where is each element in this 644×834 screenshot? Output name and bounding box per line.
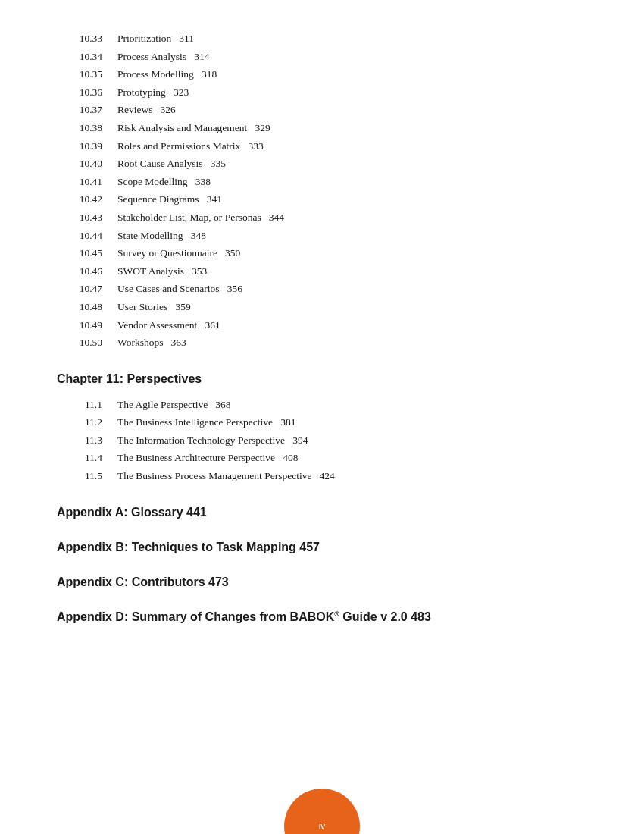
toc-entry-11-2: 11.2 The Business Intelligence Perspecti…	[57, 414, 587, 431]
toc-entry-10-43: 10.43 Stakeholder List, Map, or Personas…	[57, 209, 587, 226]
toc-entry-10-37: 10.37 Reviews 326	[57, 102, 587, 118]
toc-entry-10-40: 10.40 Root Cause Analysis 335	[57, 155, 587, 172]
toc-entry-10-47: 10.47 Use Cases and Scenarios 356	[57, 281, 587, 297]
toc-number: 10.47	[57, 281, 117, 297]
toc-number: 10.34	[57, 49, 117, 65]
toc-number: 10.45	[57, 245, 117, 262]
toc-number: 10.38	[57, 120, 117, 136]
appendices-section: Appendix A: Glossary 441 Appendix B: Tec…	[57, 506, 587, 624]
toc-number: 11.4	[57, 450, 117, 466]
toc-number: 10.35	[57, 66, 117, 83]
toc-title: The Information Technology Perspective 3…	[117, 432, 308, 449]
toc-number: 10.33	[57, 30, 117, 47]
toc-title: Process Modelling 318	[117, 66, 217, 83]
toc-title: Prioritization 311	[117, 30, 194, 47]
toc-entry-11-3: 11.3 The Information Technology Perspect…	[57, 432, 587, 449]
toc-title: Process Analysis 314	[117, 49, 210, 65]
toc-entry-11-5: 11.5 The Business Process Management Per…	[57, 468, 587, 484]
toc-entry-10-46: 10.46 SWOT Analysis 353	[57, 263, 587, 280]
toc-entry-10-39: 10.39 Roles and Permissions Matrix 333	[57, 138, 587, 155]
toc-title: The Business Process Management Perspect…	[117, 468, 335, 484]
toc-title: Reviews 326	[117, 102, 176, 118]
toc-number: 10.46	[57, 263, 117, 280]
toc-entry-10-49: 10.49 Vendor Assessment 361	[57, 317, 587, 334]
toc-number: 11.1	[57, 397, 117, 413]
page-number-circle: iv	[284, 789, 360, 834]
toc-entry-10-35: 10.35 Process Modelling 318	[57, 66, 587, 83]
toc-number: 11.2	[57, 414, 117, 431]
toc-entry-10-34: 10.34 Process Analysis 314	[57, 49, 587, 65]
toc-number: 10.39	[57, 138, 117, 155]
toc-section-10: 10.33 Prioritization 311 10.34 Process A…	[57, 30, 587, 351]
toc-section-11: 11.1 The Agile Perspective 368 11.2 The …	[57, 397, 587, 484]
toc-entry-10-44: 10.44 State Modelling 348	[57, 227, 587, 244]
appendix-b-heading: Appendix B: Techniques to Task Mapping 4…	[57, 541, 587, 554]
toc-entry-10-48: 10.48 User Stories 359	[57, 299, 587, 315]
toc-entry-10-41: 10.41 Scope Modelling 338	[57, 174, 587, 190]
toc-title: SWOT Analysis 353	[117, 263, 207, 280]
toc-number: 10.36	[57, 84, 117, 101]
toc-number: 10.41	[57, 174, 117, 190]
toc-entry-11-4: 11.4 The Business Architecture Perspecti…	[57, 450, 587, 466]
toc-number: 11.5	[57, 468, 117, 484]
toc-title: User Stories 359	[117, 299, 191, 315]
toc-number: 10.49	[57, 317, 117, 334]
toc-title: Stakeholder List, Map, or Personas 344	[117, 209, 284, 226]
toc-number: 10.42	[57, 191, 117, 208]
toc-number: 11.3	[57, 432, 117, 449]
toc-entry-10-38: 10.38 Risk Analysis and Management 329	[57, 120, 587, 136]
toc-number: 10.43	[57, 209, 117, 226]
page-number: iv	[319, 821, 326, 832]
chapter-11-section: Chapter 11: Perspectives 11.1 The Agile …	[57, 372, 587, 484]
appendix-a-heading: Appendix A: Glossary 441	[57, 506, 587, 519]
toc-title: Scope Modelling 338	[117, 174, 211, 190]
toc-title: Sequence Diagrams 341	[117, 191, 222, 208]
toc-title: Prototyping 323	[117, 84, 189, 101]
toc-entry-10-45: 10.45 Survey or Questionnaire 350	[57, 245, 587, 262]
toc-number: 10.37	[57, 102, 117, 118]
toc-title: The Business Architecture Perspective 40…	[117, 450, 298, 466]
toc-title: Root Cause Analysis 335	[117, 155, 226, 172]
toc-title: Use Cases and Scenarios 356	[117, 281, 242, 297]
toc-entry-11-1: 11.1 The Agile Perspective 368	[57, 397, 587, 413]
toc-entry-10-42: 10.42 Sequence Diagrams 341	[57, 191, 587, 208]
toc-number: 10.40	[57, 155, 117, 172]
toc-title: State Modelling 348	[117, 227, 206, 244]
toc-entry-10-33: 10.33 Prioritization 311	[57, 30, 587, 47]
toc-entry-10-36: 10.36 Prototyping 323	[57, 84, 587, 101]
page-number-container: iv	[284, 789, 360, 834]
page-content: 10.33 Prioritization 311 10.34 Process A…	[0, 0, 644, 691]
toc-title: Roles and Permissions Matrix 333	[117, 138, 264, 155]
chapter-11-heading: Chapter 11: Perspectives	[57, 372, 587, 386]
toc-title: Survey or Questionnaire 350	[117, 245, 240, 262]
toc-title: Workshops 363	[117, 334, 186, 351]
appendix-c-heading: Appendix C: Contributors 473	[57, 575, 587, 589]
appendix-d-heading: Appendix D: Summary of Changes from BABO…	[57, 610, 587, 624]
toc-entry-10-50: 10.50 Workshops 363	[57, 334, 587, 351]
toc-title: The Business Intelligence Perspective 38…	[117, 414, 295, 431]
toc-number: 10.50	[57, 334, 117, 351]
toc-title: The Agile Perspective 368	[117, 397, 231, 413]
toc-title: Risk Analysis and Management 329	[117, 120, 270, 136]
toc-title: Vendor Assessment 361	[117, 317, 220, 334]
toc-number: 10.48	[57, 299, 117, 315]
toc-number: 10.44	[57, 227, 117, 244]
